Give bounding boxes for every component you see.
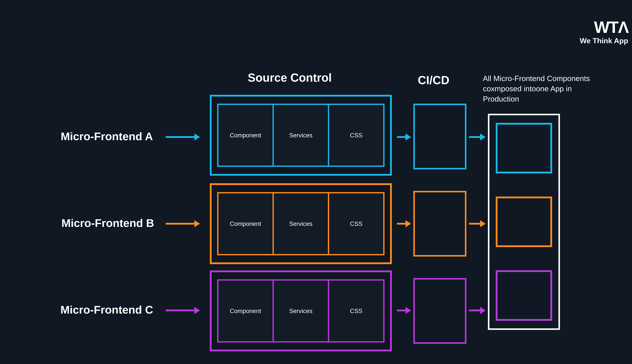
arrow-c-3 — [469, 307, 486, 314]
label-microfrontend-c: Micro-Frontend C — [60, 303, 153, 316]
row-microfrontend-c: Micro-Frontend C Component Services CSS — [0, 0, 632, 364]
source-box-c: Component Services CSS — [210, 270, 392, 351]
diagram-stage: WTΛ We Think App Source Control CI/CD Al… — [0, 0, 632, 364]
cell-c-services: Services — [272, 279, 329, 342]
cell-c-component: Component — [217, 279, 274, 342]
cell-c-css: CSS — [328, 279, 384, 342]
cicd-box-c — [413, 278, 466, 344]
arrow-c-2 — [397, 307, 411, 314]
arrow-c-1 — [166, 307, 200, 314]
